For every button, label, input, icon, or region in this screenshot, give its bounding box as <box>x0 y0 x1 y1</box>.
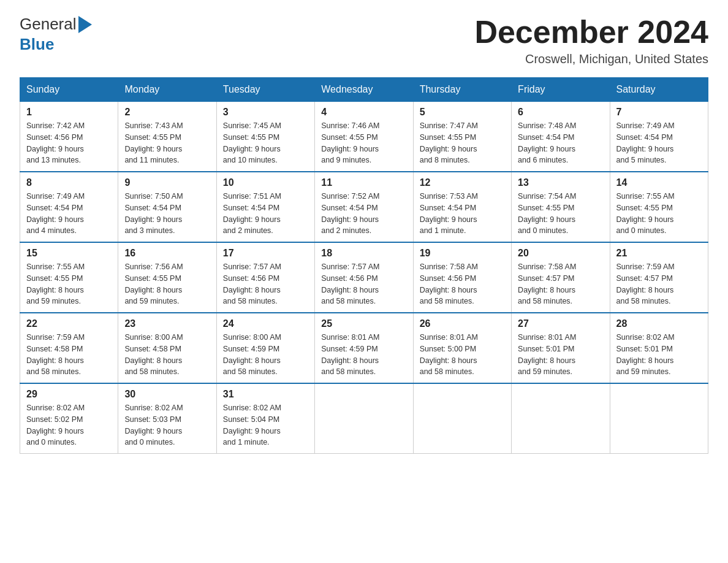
calendar-day-9: 9Sunrise: 7:50 AMSunset: 4:54 PMDaylight… <box>118 172 216 242</box>
day-info: Sunrise: 8:02 AMSunset: 5:03 PMDaylight:… <box>124 402 210 448</box>
calendar-day-21: 21Sunrise: 7:59 AMSunset: 4:57 PMDayligh… <box>610 242 708 313</box>
calendar-day-28: 28Sunrise: 8:02 AMSunset: 5:01 PMDayligh… <box>610 313 708 383</box>
calendar-day-29: 29Sunrise: 8:02 AMSunset: 5:02 PMDayligh… <box>20 383 118 454</box>
day-info: Sunrise: 8:01 AMSunset: 5:01 PMDaylight:… <box>518 332 603 378</box>
calendar-day-2: 2Sunrise: 7:43 AMSunset: 4:55 PMDaylight… <box>118 102 216 172</box>
calendar-day-6: 6Sunrise: 7:48 AMSunset: 4:54 PMDaylight… <box>512 102 610 172</box>
day-number: 24 <box>223 318 308 329</box>
day-info: Sunrise: 8:02 AMSunset: 5:04 PMDaylight:… <box>223 402 308 448</box>
calendar-day-26: 26Sunrise: 8:01 AMSunset: 5:00 PMDayligh… <box>413 313 511 383</box>
day-info: Sunrise: 7:59 AMSunset: 4:57 PMDaylight:… <box>616 261 702 307</box>
calendar-week-4: 22Sunrise: 7:59 AMSunset: 4:58 PMDayligh… <box>20 313 708 383</box>
day-info: Sunrise: 7:58 AMSunset: 4:56 PMDaylight:… <box>420 261 505 307</box>
day-number: 23 <box>124 318 210 329</box>
day-info: Sunrise: 8:00 AMSunset: 4:58 PMDaylight:… <box>124 332 210 378</box>
day-info: Sunrise: 7:48 AMSunset: 4:54 PMDaylight:… <box>518 120 603 166</box>
day-info: Sunrise: 7:54 AMSunset: 4:55 PMDaylight:… <box>518 191 603 237</box>
calendar-day-20: 20Sunrise: 7:58 AMSunset: 4:57 PMDayligh… <box>512 242 610 313</box>
day-info: Sunrise: 7:55 AMSunset: 4:55 PMDaylight:… <box>26 261 112 307</box>
day-number: 30 <box>124 389 210 400</box>
day-number: 8 <box>26 177 112 188</box>
day-number: 13 <box>518 177 603 188</box>
calendar-table: SundayMondayTuesdayWednesdayThursdayFrid… <box>20 77 708 454</box>
calendar-day-5: 5Sunrise: 7:47 AMSunset: 4:55 PMDaylight… <box>413 102 511 172</box>
calendar-day-7: 7Sunrise: 7:49 AMSunset: 4:54 PMDaylight… <box>610 102 708 172</box>
calendar-day-24: 24Sunrise: 8:00 AMSunset: 4:59 PMDayligh… <box>216 313 314 383</box>
day-info: Sunrise: 7:46 AMSunset: 4:55 PMDaylight:… <box>321 120 406 166</box>
day-info: Sunrise: 8:02 AMSunset: 5:01 PMDaylight:… <box>616 332 702 378</box>
page-header: GeneralBlue December 2024 Croswell, Mich… <box>20 15 708 66</box>
calendar-day-30: 30Sunrise: 8:02 AMSunset: 5:03 PMDayligh… <box>118 383 216 454</box>
calendar-day-13: 13Sunrise: 7:54 AMSunset: 4:55 PMDayligh… <box>512 172 610 242</box>
calendar-day-15: 15Sunrise: 7:55 AMSunset: 4:55 PMDayligh… <box>20 242 118 313</box>
day-number: 25 <box>321 318 406 329</box>
weekday-header-tuesday: Tuesday <box>216 78 314 102</box>
day-number: 18 <box>321 248 406 259</box>
calendar-day-25: 25Sunrise: 8:01 AMSunset: 4:59 PMDayligh… <box>315 313 413 383</box>
calendar-day-12: 12Sunrise: 7:53 AMSunset: 4:54 PMDayligh… <box>413 172 511 242</box>
day-number: 19 <box>420 248 505 259</box>
weekday-header-wednesday: Wednesday <box>315 78 413 102</box>
day-number: 28 <box>616 318 702 329</box>
calendar-day-27: 27Sunrise: 8:01 AMSunset: 5:01 PMDayligh… <box>512 313 610 383</box>
calendar-title-area: December 2024 Croswell, Michigan, United… <box>474 15 708 66</box>
day-number: 2 <box>124 107 210 118</box>
day-number: 26 <box>420 318 505 329</box>
weekday-header-thursday: Thursday <box>413 78 511 102</box>
day-info: Sunrise: 8:01 AMSunset: 5:00 PMDaylight:… <box>420 332 505 378</box>
calendar-day-1: 1Sunrise: 7:42 AMSunset: 4:56 PMDaylight… <box>20 102 118 172</box>
calendar-week-2: 8Sunrise: 7:49 AMSunset: 4:54 PMDaylight… <box>20 172 708 242</box>
day-number: 10 <box>223 177 308 188</box>
day-info: Sunrise: 7:57 AMSunset: 4:56 PMDaylight:… <box>223 261 308 307</box>
svg-marker-0 <box>78 16 92 33</box>
day-info: Sunrise: 7:53 AMSunset: 4:54 PMDaylight:… <box>420 191 505 237</box>
day-number: 7 <box>616 107 702 118</box>
day-info: Sunrise: 8:00 AMSunset: 4:59 PMDaylight:… <box>223 332 308 378</box>
day-info: Sunrise: 7:51 AMSunset: 4:54 PMDaylight:… <box>223 191 308 237</box>
day-info: Sunrise: 7:47 AMSunset: 4:55 PMDaylight:… <box>420 120 505 166</box>
day-number: 11 <box>321 177 406 188</box>
calendar-day-16: 16Sunrise: 7:56 AMSunset: 4:55 PMDayligh… <box>118 242 216 313</box>
day-info: Sunrise: 7:59 AMSunset: 4:58 PMDaylight:… <box>26 332 112 378</box>
empty-cell <box>413 383 511 454</box>
day-info: Sunrise: 7:58 AMSunset: 4:57 PMDaylight:… <box>518 261 603 307</box>
weekday-header-sunday: Sunday <box>20 78 118 102</box>
day-info: Sunrise: 7:42 AMSunset: 4:56 PMDaylight:… <box>26 120 112 166</box>
calendar-week-5: 29Sunrise: 8:02 AMSunset: 5:02 PMDayligh… <box>20 383 708 454</box>
day-number: 14 <box>616 177 702 188</box>
empty-cell <box>610 383 708 454</box>
logo-blue: Blue <box>20 35 54 54</box>
day-info: Sunrise: 7:45 AMSunset: 4:55 PMDaylight:… <box>223 120 308 166</box>
weekday-header-saturday: Saturday <box>610 78 708 102</box>
day-number: 22 <box>26 318 112 329</box>
day-number: 17 <box>223 248 308 259</box>
day-number: 29 <box>26 389 112 400</box>
day-info: Sunrise: 8:01 AMSunset: 4:59 PMDaylight:… <box>321 332 406 378</box>
day-info: Sunrise: 7:52 AMSunset: 4:54 PMDaylight:… <box>321 191 406 237</box>
day-number: 31 <box>223 389 308 400</box>
day-info: Sunrise: 7:49 AMSunset: 4:54 PMDaylight:… <box>26 191 112 237</box>
calendar-day-17: 17Sunrise: 7:57 AMSunset: 4:56 PMDayligh… <box>216 242 314 313</box>
day-number: 27 <box>518 318 603 329</box>
day-number: 9 <box>124 177 210 188</box>
calendar-day-3: 3Sunrise: 7:45 AMSunset: 4:55 PMDaylight… <box>216 102 314 172</box>
day-info: Sunrise: 7:43 AMSunset: 4:55 PMDaylight:… <box>124 120 210 166</box>
calendar-day-31: 31Sunrise: 8:02 AMSunset: 5:04 PMDayligh… <box>216 383 314 454</box>
empty-cell <box>512 383 610 454</box>
day-info: Sunrise: 7:55 AMSunset: 4:55 PMDaylight:… <box>616 191 702 237</box>
logo: GeneralBlue <box>20 15 92 54</box>
calendar-title: December 2024 <box>474 15 708 50</box>
day-info: Sunrise: 7:50 AMSunset: 4:54 PMDaylight:… <box>124 191 210 237</box>
calendar-day-11: 11Sunrise: 7:52 AMSunset: 4:54 PMDayligh… <box>315 172 413 242</box>
weekday-header-friday: Friday <box>512 78 610 102</box>
calendar-day-14: 14Sunrise: 7:55 AMSunset: 4:55 PMDayligh… <box>610 172 708 242</box>
day-info: Sunrise: 7:56 AMSunset: 4:55 PMDaylight:… <box>124 261 210 307</box>
weekday-header-row: SundayMondayTuesdayWednesdayThursdayFrid… <box>20 78 708 102</box>
weekday-header-monday: Monday <box>118 78 216 102</box>
calendar-day-8: 8Sunrise: 7:49 AMSunset: 4:54 PMDaylight… <box>20 172 118 242</box>
day-number: 3 <box>223 107 308 118</box>
day-number: 16 <box>124 248 210 259</box>
day-info: Sunrise: 7:57 AMSunset: 4:56 PMDaylight:… <box>321 261 406 307</box>
calendar-subtitle: Croswell, Michigan, United States <box>474 52 708 66</box>
calendar-day-19: 19Sunrise: 7:58 AMSunset: 4:56 PMDayligh… <box>413 242 511 313</box>
